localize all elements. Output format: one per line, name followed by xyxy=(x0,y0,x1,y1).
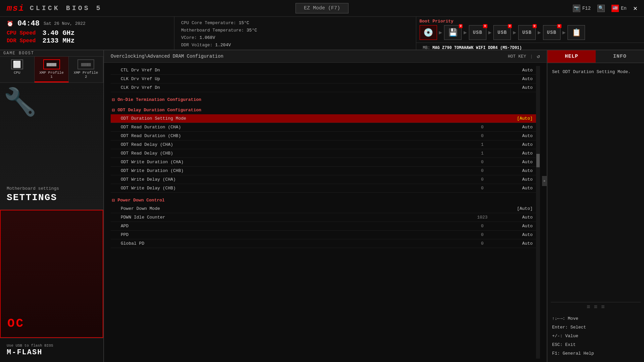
setting-row-odt-read-dur-chb[interactable]: ODT Read Duration (CHB) 0 Auto xyxy=(111,132,536,140)
tab-info[interactable]: INFO xyxy=(596,50,644,63)
search-button[interactable]: 🔍 xyxy=(597,5,605,12)
setting-row-ppd[interactable]: PPD 0 Auto xyxy=(111,231,536,239)
setting-row-odt-write-dur-cha[interactable]: ODT Write Duration (CHA) 0 Auto xyxy=(111,158,536,167)
setting-num: 0 xyxy=(472,186,492,191)
boot-device-1[interactable]: 💿 xyxy=(420,25,437,40)
help-text: Set ODT Duration Setting Mode. xyxy=(552,68,639,76)
section-toggle-odt-delay-icon[interactable]: ⊟ xyxy=(112,107,115,113)
sidebar-settings[interactable]: 🔧 Motherboard settings SETTINGS xyxy=(0,83,103,210)
setting-num: 1023 xyxy=(472,215,492,220)
setting-row-odt-write-dur-chb[interactable]: ODT Write Duration (CHB) 0 Auto xyxy=(111,167,536,175)
clock-line: ⏰ 04:48 Sat 26 Nov, 2022 xyxy=(7,19,167,28)
boot-arrow-4: ▶ xyxy=(513,29,516,36)
setting-row-odt-write-delay-cha[interactable]: ODT Write Delay (CHA) 0 Auto xyxy=(111,175,536,184)
mflash-title: M-FLASH xyxy=(7,348,97,357)
setting-value: Auto xyxy=(492,85,533,90)
close-button[interactable]: ✕ xyxy=(633,4,637,12)
sidebar-mflash[interactable]: Use USB to flash BIOS M-FLASH xyxy=(0,338,103,362)
xmp1-boost-label: XMP Profile 1 xyxy=(38,71,65,79)
boot-arrow-3: ▶ xyxy=(488,29,492,36)
setting-row-apd[interactable]: APD 0 Auto xyxy=(111,222,536,231)
setting-name: ODT Write Duration (CHB) xyxy=(114,168,472,173)
setting-row-global-pd[interactable]: Global PD 0 Auto xyxy=(111,239,536,248)
mb-info-label: MB: xyxy=(423,46,430,50)
setting-value: Auto xyxy=(492,76,533,81)
breadcrumb: Overclocking\Advanced DRAM Configuration xyxy=(111,54,223,59)
search-icon: 🔍 xyxy=(597,5,605,12)
sidebar-oc[interactable]: OC xyxy=(0,210,103,338)
right-info-boot: Boot Priority 💿 ▶ 💾 U ▶ xyxy=(416,17,644,50)
back-button[interactable]: ↺ xyxy=(537,53,540,60)
setting-name: ODT Write Delay (CHA) xyxy=(114,177,472,182)
section-toggle-icon[interactable]: ⊟ xyxy=(112,97,115,103)
setting-num: 1 xyxy=(472,151,492,156)
setting-value: Auto xyxy=(492,151,533,156)
key-move: ↑↓←→: Move xyxy=(552,314,639,323)
section-odt-delay-label: ODT Delay Duration Configuration xyxy=(117,108,201,113)
boot-device-icon-2: 💾 U xyxy=(444,25,462,40)
setting-value: Auto xyxy=(492,241,533,246)
language-button[interactable]: 🇺🇸 En xyxy=(611,5,627,12)
boost-option-cpu[interactable]: ⬜ CPU xyxy=(0,57,35,82)
setting-value: Auto xyxy=(492,168,533,173)
section-toggle-power-icon[interactable]: ⊟ xyxy=(112,197,115,203)
msi-text: msi xyxy=(7,3,24,13)
collapse-panel-button[interactable]: » xyxy=(542,176,547,186)
cpu-speed-value: 3.40 GHz xyxy=(42,29,74,37)
setting-row-pdwn-idle[interactable]: PDWN Idle Counter 1023 Auto xyxy=(111,213,536,222)
section-odt-label: On-Die Termination Configuration xyxy=(117,97,201,102)
horizontal-rule xyxy=(551,302,641,302)
section-power-down: ⊟ Power Down Control xyxy=(111,195,536,204)
setting-value: Auto xyxy=(492,177,533,182)
setting-name: ODT Read Duration (CHA) xyxy=(114,125,472,130)
game-boost-label: GAME BOOST xyxy=(0,50,103,57)
setting-row-odt-read-delay-chb[interactable]: ODT Read Delay (CHB) 1 Auto xyxy=(111,149,536,158)
setting-row-clk-drv-vref-dn[interactable]: CLK Drv Vref Dn Auto xyxy=(111,83,536,92)
boot-arrow-5: ▶ xyxy=(538,29,541,36)
ddr-speed-value: 2133 MHz xyxy=(42,37,74,45)
xmp2-boost-icon: ▦▦▦ xyxy=(77,59,94,69)
setting-name: APD xyxy=(114,224,472,229)
second-row: ⏰ 04:48 Sat 26 Nov, 2022 CPU Speed 3.40 … xyxy=(0,17,644,50)
boot-device-2[interactable]: 💾 U xyxy=(444,25,462,40)
setting-row-odt-duration-mode[interactable]: ODT Duration Setting Mode [Auto] xyxy=(111,114,536,123)
setting-name: ODT Read Delay (CHA) xyxy=(114,142,472,147)
setting-row-ctl-drv-vref-dn[interactable]: CTL Drv Vref Dn Auto xyxy=(111,66,536,75)
boot-device-6[interactable]: USB U xyxy=(543,25,560,40)
setting-row-power-down-mode[interactable]: Power Down Mode [Auto] xyxy=(111,204,536,213)
boost-option-xmp2[interactable]: ▦▦▦ XMP Profile 2 xyxy=(69,57,103,82)
scrollbar[interactable] xyxy=(536,66,540,359)
flag-icon: 🇺🇸 xyxy=(611,5,619,12)
setting-name: ODT Write Duration (CHA) xyxy=(114,160,472,165)
ez-mode-button[interactable]: EZ Mode (F7) xyxy=(296,3,348,13)
mflash-sublabel: Use USB to flash BIOS xyxy=(7,344,97,348)
main-layout: GAME BOOST ⬜ CPU ▦▦▦ XMP Profile 1 ▦▦▦ X… xyxy=(0,50,644,362)
scrollbar-thumb[interactable] xyxy=(536,154,540,167)
mb-temp-row: Motherboard Temperature: 35°C xyxy=(181,27,409,34)
setting-name: CLK Drv Vref Dn xyxy=(114,85,472,90)
setting-row-odt-read-dur-cha[interactable]: ODT Read Duration (CHA) 0 Auto xyxy=(111,123,536,132)
tab-help[interactable]: HELP xyxy=(547,50,596,63)
setting-num: 0 xyxy=(472,125,492,130)
center-content: Overclocking\Advanced DRAM Configuration… xyxy=(104,50,547,362)
setting-row-odt-write-delay-chb[interactable]: ODT Write Delay (CHB) 0 Auto xyxy=(111,184,536,193)
setting-value: Auto xyxy=(492,160,533,165)
boot-device-5[interactable]: USB U xyxy=(518,25,536,40)
help-content: Set ODT Duration Setting Mode. xyxy=(547,63,644,302)
boost-option-xmp1[interactable]: ▦▦▦ XMP Profile 1 xyxy=(35,57,69,82)
vcore-value: 1.068V xyxy=(200,35,215,40)
screenshot-button[interactable]: 📷 F12 xyxy=(573,5,591,12)
setting-value: Auto xyxy=(492,186,533,191)
boot-device-7[interactable]: 📋 xyxy=(568,25,585,40)
setting-row-odt-read-delay-cha[interactable]: ODT Read Delay (CHA) 1 Auto xyxy=(111,140,536,149)
vcore-label: VCore: xyxy=(181,35,197,40)
xmp2-boost-label: XMP Profile 2 xyxy=(72,71,100,79)
top-right-buttons: 📷 F12 🔍 🇺🇸 En ✕ xyxy=(573,4,637,12)
boot-priority-title: Boot Priority xyxy=(420,19,641,24)
boot-device-4[interactable]: USB U xyxy=(493,25,511,40)
key-value: +/-: Value xyxy=(552,332,639,341)
setting-row-clk-drv-vref-up[interactable]: CLK Drv Vref Up Auto xyxy=(111,75,536,83)
setting-name: PDWN Idle Counter xyxy=(114,215,472,220)
boot-device-3[interactable]: USB U xyxy=(469,25,486,40)
cpu-temp-value: 15°C xyxy=(239,20,249,25)
